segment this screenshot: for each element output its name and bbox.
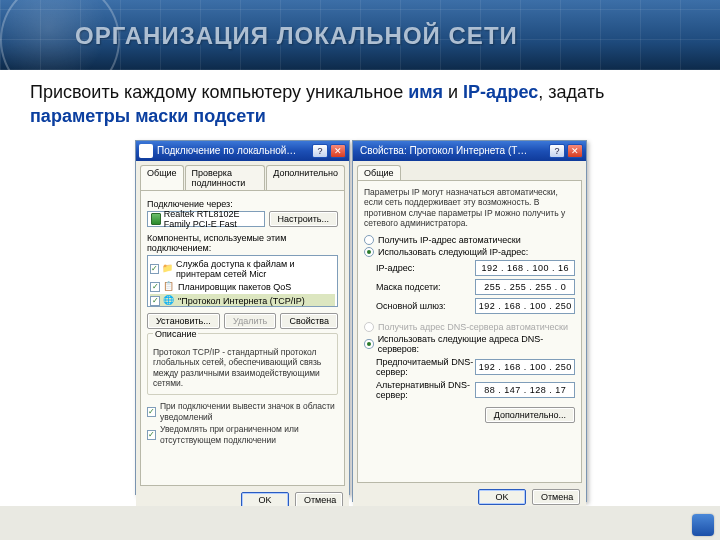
tab-general[interactable]: Общие [140,165,184,190]
intro-text: Присвоить каждому компьютеру уникальное … [0,70,720,135]
close-icon[interactable]: ✕ [330,144,346,158]
components-list[interactable]: ✓ 📁 Служба доступа к файлам и принтерам … [147,255,338,307]
titlebar[interactable]: Свойства: Протокол Интернета (T… ? ✕ [353,141,586,161]
components-label: Компоненты, используемые этим подключени… [147,233,338,253]
service-icon: 📁 [162,263,173,275]
help-button[interactable]: ? [312,144,328,158]
radio-auto-dns [364,322,374,332]
dns2-input[interactable]: 88 . 147 . 128 . 17 [475,382,575,398]
ip-label: IP-адрес: [376,263,475,273]
dns1-label: Предпочитаемый DNS-сервер: [376,357,475,377]
window-title: Свойства: Протокол Интернета (T… [360,145,547,156]
ok-button[interactable]: OK [478,489,526,505]
lan-connection-dialog: ⚙ Подключение по локальной… ? ✕ Общие Пр… [135,140,350,495]
list-item-selected: ✓ 🌐 "Протокол Интернета (TCP/IP) [150,294,335,307]
close-icon[interactable]: ✕ [567,144,583,158]
description-fieldset: Описание Протокол TCP/IP - стандартный п… [147,333,338,396]
adapter-field: Realtek RTL8102E Family PCI-E Fast [147,211,265,227]
lan-icon: ⚙ [139,144,153,158]
list-item: ✓ 📋 Планировщик пакетов QoS [150,280,335,294]
radio-manual-dns[interactable] [364,339,374,349]
radio-manual-ip[interactable] [364,247,374,257]
footer-bar [0,506,720,540]
mask-input[interactable]: 255 . 255 . 255 . 0 [475,279,575,295]
tab-general[interactable]: Общие [357,165,401,180]
configure-button[interactable]: Настроить... [269,211,338,227]
dns2-label: Альтернативный DNS-сервер: [376,380,475,400]
dns1-input[interactable]: 192 . 168 . 100 . 250 [475,359,575,375]
window-title: Подключение по локальной… [157,145,310,156]
checkbox-icon[interactable]: ✓ [150,282,160,292]
tcpip-properties-dialog: Свойства: Протокол Интернета (T… ? ✕ Общ… [352,140,587,502]
list-item: ✓ 📁 Служба доступа к файлам и принтерам … [150,258,335,280]
logo-icon [692,514,714,536]
gateway-label: Основной шлюз: [376,301,475,311]
uninstall-button[interactable]: Удалить [224,313,276,329]
protocol-icon: 🌐 [163,295,175,307]
tab-auth[interactable]: Проверка подлинности [185,165,266,190]
connect-via-label: Подключение через: [147,199,338,209]
service-icon: 📋 [163,281,175,293]
advanced-button[interactable]: Дополнительно... [485,407,575,423]
slide-banner: ОРГАНИЗАЦИЯ ЛОКАЛЬНОЙ СЕТИ [0,0,720,70]
slide-title: ОРГАНИЗАЦИЯ ЛОКАЛЬНОЙ СЕТИ [75,22,518,50]
install-button[interactable]: Установить... [147,313,220,329]
ip-input[interactable]: 192 . 168 . 100 . 16 [475,260,575,276]
checkbox-icon[interactable]: ✓ [150,296,160,306]
titlebar[interactable]: ⚙ Подключение по локальной… ? ✕ [136,141,349,161]
nic-icon [151,213,161,225]
help-button[interactable]: ? [549,144,565,158]
cancel-button[interactable]: Отмена [532,489,580,505]
radio-auto-ip[interactable] [364,235,374,245]
mask-label: Маска подсети: [376,282,475,292]
tray-checkbox[interactable]: ✓ [147,407,156,417]
checkbox-icon[interactable]: ✓ [150,264,159,274]
tab-advanced[interactable]: Дополнительно [266,165,345,190]
properties-button[interactable]: Свойства [280,313,338,329]
info-text: Параметры IP могут назначаться автоматич… [364,187,575,230]
limited-checkbox[interactable]: ✓ [147,430,156,440]
gateway-input[interactable]: 192 . 168 . 100 . 250 [475,298,575,314]
